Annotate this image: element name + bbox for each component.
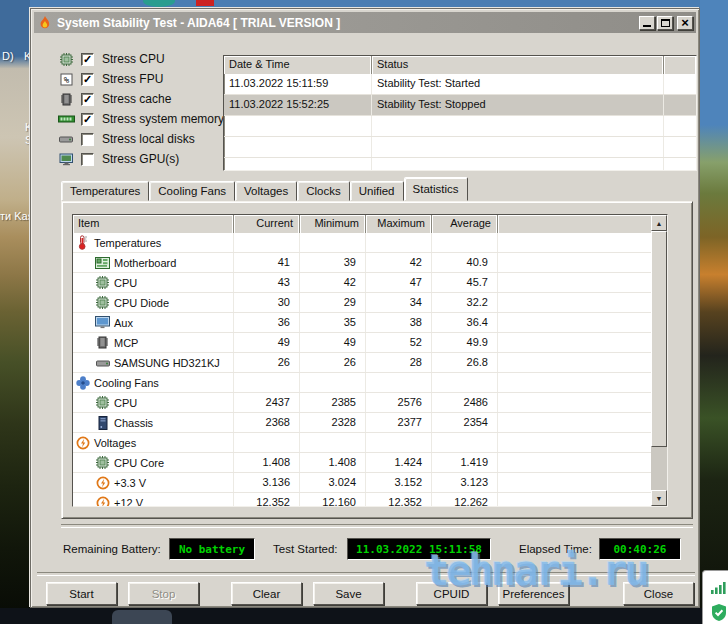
desktop-wallpaper-right: [700, 0, 728, 624]
stress-option-checkbox[interactable]: [81, 73, 94, 86]
stat-item-cell: +12 V: [73, 493, 234, 506]
stat-item-cell: CPU Core: [73, 453, 234, 472]
stat-current-cell: 3.136: [234, 473, 300, 492]
tab[interactable]: Unified: [350, 181, 404, 201]
statistics-row[interactable]: Aux 36 35 38 36.4: [73, 313, 651, 333]
minimize-button[interactable]: [639, 16, 655, 30]
stat-average-cell: 40.9: [432, 253, 498, 272]
stat-maximum-cell: 38: [366, 313, 432, 332]
fpu-icon: %: [57, 71, 75, 87]
stat-average-cell: 36.4: [432, 313, 498, 332]
column-header-item[interactable]: Item: [73, 215, 234, 233]
scrollbar-thumb[interactable]: [651, 231, 667, 447]
log-filler-cell: [664, 74, 696, 94]
tab[interactable]: Voltages: [235, 181, 297, 201]
stat-filler-cell: [498, 253, 651, 272]
preferences-button[interactable]: Preferences: [498, 582, 569, 605]
maximize-button[interactable]: [657, 16, 673, 30]
stat-maximum-cell: 34: [366, 293, 432, 312]
stat-item-label: +3.3 V: [114, 477, 146, 489]
column-header-average[interactable]: Average: [432, 215, 498, 233]
stat-filler-cell: [498, 413, 651, 432]
event-log-row[interactable]: 11.03.2022 15:11:59 Stability Test: Star…: [224, 74, 696, 95]
tab[interactable]: Statistics: [404, 177, 468, 201]
tab[interactable]: Clocks: [297, 181, 350, 201]
log-datetime-cell: 11.03.2022 15:52:25: [224, 95, 372, 115]
title-bar[interactable]: System Stability Test - AIDA64 [ TRIAL V…: [34, 12, 696, 33]
stat-maximum-cell: 3.152: [366, 473, 432, 492]
save-button[interactable]: Save: [313, 582, 384, 605]
stat-maximum-cell: 2377: [366, 413, 432, 432]
stat-minimum-cell: 49: [300, 333, 366, 352]
stop-button: Stop: [128, 582, 199, 605]
close-button[interactable]: ×: [677, 16, 693, 30]
monitor-icon: [95, 315, 110, 330]
statistics-row[interactable]: +12 V 12.352 12.160 12.352 12.262: [73, 493, 651, 506]
stat-item-cell: Chassis: [73, 413, 234, 432]
stress-option-checkbox[interactable]: [81, 113, 94, 126]
event-log-row[interactable]: [224, 158, 696, 171]
stat-current-cell: [234, 233, 300, 252]
statistics-row[interactable]: CPU Core 1.408 1.408 1.424 1.419: [73, 453, 651, 473]
scroll-up-button[interactable]: ▲: [651, 215, 667, 231]
minimize-icon: [643, 25, 651, 27]
cpuid-button[interactable]: CPUID: [416, 582, 487, 605]
statistics-row[interactable]: SAMSUNG HD321KJ 26 26 28 26.8: [73, 353, 651, 373]
close-button[interactable]: Close: [623, 582, 694, 605]
stat-item-cell: Cooling Fans: [73, 373, 234, 392]
statistics-row[interactable]: MCP 49 49 52 49.9: [73, 333, 651, 353]
close-icon: ×: [681, 18, 689, 28]
statistics-row[interactable]: +3.3 V 3.136 3.024 3.152 3.123: [73, 473, 651, 493]
statistics-row[interactable]: Temperatures: [73, 233, 651, 253]
tab[interactable]: Temperatures: [61, 181, 149, 201]
chassis-icon: [95, 415, 110, 430]
memory-icon: [57, 111, 75, 127]
event-log-table: Date & Time Status 11.03.2022 15:11:59 S…: [223, 55, 697, 171]
statistics-row[interactable]: CPU Diode 30 29 34 32.2: [73, 293, 651, 313]
statistics-row[interactable]: Chassis 2368 2328 2377 2354: [73, 413, 651, 433]
cpu-chip-icon: [95, 295, 110, 310]
statistics-row[interactable]: Cooling Fans: [73, 373, 651, 393]
bar-chart-icon[interactable]: [711, 580, 727, 598]
stat-current-cell: [234, 433, 300, 452]
stress-option-checkbox[interactable]: [81, 53, 94, 66]
column-header-date-time[interactable]: Date & Time: [224, 56, 372, 74]
stress-option-checkbox[interactable]: [81, 93, 94, 106]
separator: [61, 524, 693, 528]
event-log-row[interactable]: [224, 137, 696, 158]
event-log-row[interactable]: [224, 116, 696, 137]
stress-option-checkbox[interactable]: [81, 153, 94, 166]
stress-option-label: Stress FPU: [102, 72, 163, 86]
column-header-status[interactable]: Status: [372, 56, 664, 74]
stat-maximum-cell: [366, 433, 432, 452]
stat-current-cell: 36: [234, 313, 300, 332]
start-button[interactable]: Start: [46, 582, 117, 605]
clear-button[interactable]: Clear: [231, 582, 302, 605]
statistics-row[interactable]: CPU 2437 2385 2576 2486: [73, 393, 651, 413]
log-filler-cell: [664, 158, 696, 171]
scroll-down-button[interactable]: ▼: [651, 490, 667, 506]
disk-icon: [95, 355, 110, 370]
shield-check-icon[interactable]: [711, 604, 727, 624]
disk-icon: [57, 131, 75, 147]
statistics-row[interactable]: CPU 43 42 47 45.7: [73, 273, 651, 293]
stat-item-cell: +3.3 V: [73, 473, 234, 492]
stat-average-cell: 3.123: [432, 473, 498, 492]
log-status-cell: Stability Test: Stopped: [372, 95, 664, 115]
stat-item-cell: Aux: [73, 313, 234, 332]
event-log-row[interactable]: 11.03.2022 15:52:25 Stability Test: Stop…: [224, 95, 696, 116]
stress-option-checkbox[interactable]: [81, 133, 94, 146]
vertical-scrollbar[interactable]: ▲ ▼: [651, 215, 667, 506]
stat-minimum-cell: 1.408: [300, 453, 366, 472]
column-header-current[interactable]: Current: [234, 215, 300, 233]
stat-filler-cell: [498, 433, 651, 452]
stat-average-cell: 32.2: [432, 293, 498, 312]
column-header-maximum[interactable]: Maximum: [366, 215, 432, 233]
desktop-wallpaper-left: [0, 0, 30, 624]
column-header-minimum[interactable]: Minimum: [300, 215, 366, 233]
wallpaper-object: [112, 610, 172, 624]
statistics-row[interactable]: Voltages: [73, 433, 651, 453]
stat-item-label: Chassis: [114, 417, 153, 429]
statistics-row[interactable]: Motherboard 41 39 42 40.9: [73, 253, 651, 273]
tab[interactable]: Cooling Fans: [149, 181, 235, 201]
